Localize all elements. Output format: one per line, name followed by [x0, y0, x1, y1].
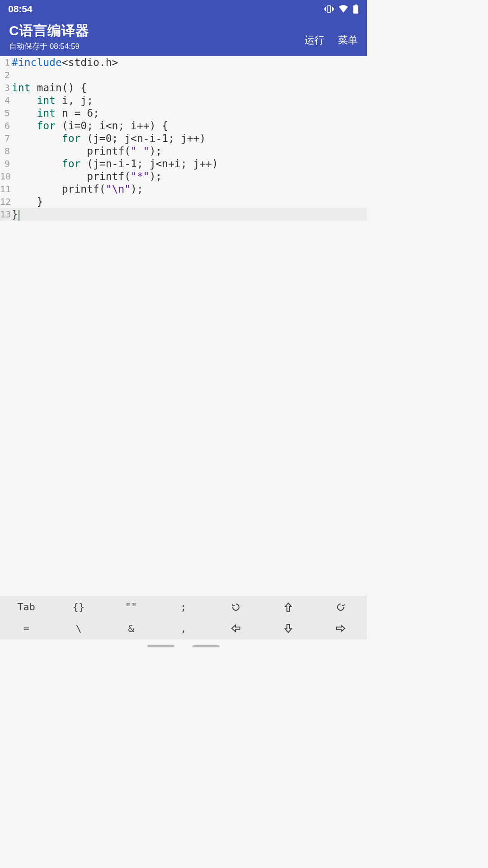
line-number: 8	[0, 145, 12, 157]
run-button[interactable]: 运行	[305, 33, 324, 47]
menu-button[interactable]: 菜单	[338, 33, 358, 47]
status-time: 08:54	[8, 4, 33, 14]
line-number: 9	[0, 157, 12, 170]
code-content[interactable]: for (j=0; j<n-i-1; j++)	[12, 132, 206, 145]
code-editor[interactable]: 1#include<stdio.h>23int main() {4 int i,…	[0, 56, 367, 596]
app-header: C语言编译器 自动保存于 08:54:59 运行 菜单	[0, 18, 367, 56]
vibrate-icon	[324, 5, 334, 13]
line-number: 3	[0, 81, 12, 94]
key-equals[interactable]: =	[0, 618, 52, 639]
android-nav-bar	[0, 639, 367, 653]
key-tab[interactable]: Tab	[0, 596, 52, 618]
code-content[interactable]: }	[12, 195, 43, 208]
line-number: 10	[0, 170, 12, 183]
code-line[interactable]: 1#include<stdio.h>	[0, 56, 367, 69]
arrow-up-icon	[284, 602, 293, 612]
line-number: 7	[0, 132, 12, 145]
code-content[interactable]: #include<stdio.h>	[12, 56, 118, 69]
key-backslash[interactable]: \	[52, 618, 105, 639]
code-content[interactable]: printf(" ");	[12, 145, 162, 157]
svg-rect-0	[327, 6, 331, 12]
status-bar: 08:54	[0, 0, 367, 18]
key-redo[interactable]	[314, 596, 367, 618]
line-number: 12	[0, 195, 12, 208]
app-title: C语言编译器	[9, 22, 89, 40]
svg-rect-6	[353, 5, 358, 14]
redo-icon	[336, 602, 346, 612]
battery-icon	[353, 5, 359, 14]
line-number: 1	[0, 56, 12, 69]
code-line[interactable]: 7 for (j=0; j<n-i-1; j++)	[0, 132, 367, 145]
code-content[interactable]: int i, j;	[12, 94, 93, 107]
line-number: 11	[0, 183, 12, 195]
key-cursor-up[interactable]	[262, 596, 314, 618]
line-number: 6	[0, 119, 12, 132]
key-braces[interactable]: {}	[52, 596, 105, 618]
code-content[interactable]: printf("*");	[12, 170, 162, 183]
nav-pill[interactable]	[192, 645, 220, 647]
code-line[interactable]: 11 printf("\n");	[0, 183, 367, 195]
code-line[interactable]: 3int main() {	[0, 81, 367, 94]
code-content[interactable]: int n = 6;	[12, 107, 99, 119]
key-cursor-right[interactable]	[314, 618, 367, 639]
svg-rect-5	[355, 5, 357, 5]
symbol-toolbar-row1: Tab {} "" ;	[0, 596, 367, 618]
undo-icon	[231, 602, 241, 612]
arrow-left-icon	[231, 624, 241, 633]
arrow-right-icon	[336, 624, 346, 633]
arrow-down-icon	[284, 623, 293, 633]
key-quotes[interactable]: ""	[105, 596, 157, 618]
nav-pill[interactable]	[147, 645, 174, 647]
status-icons	[324, 5, 359, 14]
wifi-icon	[338, 5, 348, 13]
key-undo[interactable]	[210, 596, 262, 618]
code-line[interactable]: 6 for (i=0; i<n; i++) {	[0, 119, 367, 132]
line-number: 13	[0, 208, 12, 221]
code-content[interactable]: printf("\n");	[12, 183, 143, 195]
line-number: 2	[0, 69, 12, 81]
code-line[interactable]: 4 int i, j;	[0, 94, 367, 107]
autosave-status: 自动保存于 08:54:59	[9, 41, 89, 52]
code-line[interactable]: 9 for (j=n-i-1; j<n+i; j++)	[0, 157, 367, 170]
code-line[interactable]: 13}	[0, 208, 367, 221]
line-number: 4	[0, 94, 12, 107]
code-line[interactable]: 8 printf(" ");	[0, 145, 367, 157]
text-cursor	[19, 210, 19, 221]
key-ampersand[interactable]: &	[105, 618, 157, 639]
code-content[interactable]: for (j=n-i-1; j<n+i; j++)	[12, 157, 218, 170]
key-comma[interactable]: ,	[157, 618, 210, 639]
key-semicolon[interactable]: ;	[157, 596, 210, 618]
line-number: 5	[0, 107, 12, 119]
code-content[interactable]: }	[12, 208, 19, 221]
code-content[interactable]: for (i=0; i<n; i++) {	[12, 119, 168, 132]
key-cursor-down[interactable]	[262, 618, 314, 639]
code-line[interactable]: 2	[0, 69, 367, 81]
code-content[interactable]: int main() {	[12, 81, 87, 94]
code-line[interactable]: 12 }	[0, 195, 367, 208]
symbol-toolbar-row2: = \ & ,	[0, 618, 367, 639]
key-cursor-left[interactable]	[210, 618, 262, 639]
code-line[interactable]: 10 printf("*");	[0, 170, 367, 183]
code-line[interactable]: 5 int n = 6;	[0, 107, 367, 119]
